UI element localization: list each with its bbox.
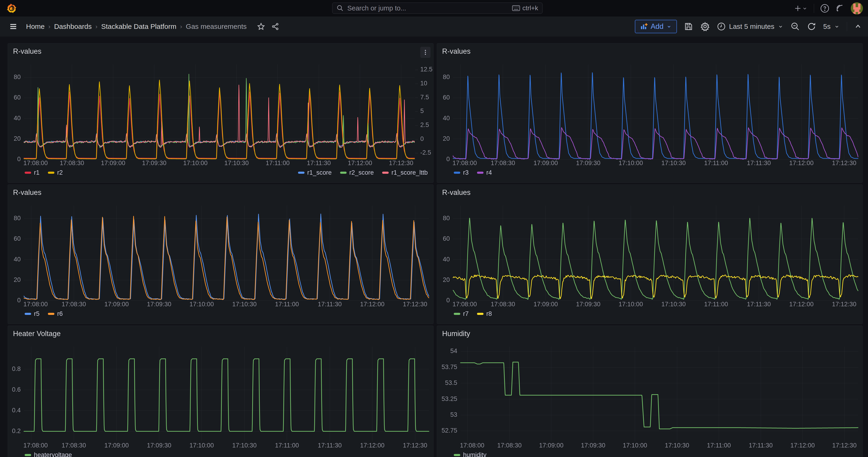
search-box[interactable]: ctrl+k: [332, 3, 542, 14]
panel-menu-button[interactable]: [420, 47, 431, 58]
panel-title[interactable]: R-values: [442, 47, 470, 56]
legend-label: humidity: [463, 451, 487, 457]
legend-swatch: [477, 313, 484, 315]
menu-toggle-button[interactable]: [9, 22, 18, 31]
avatar[interactable]: [851, 2, 863, 14]
news-button[interactable]: [835, 4, 845, 13]
refresh-interval-picker[interactable]: 5s: [823, 23, 840, 30]
panel-legend: r5r6: [25, 310, 428, 317]
legend-swatch: [477, 172, 484, 174]
legend-label: r1: [34, 169, 39, 176]
legend-label: r1_score: [307, 169, 332, 176]
legend-item-r1[interactable]: r1: [25, 169, 39, 176]
share-icon[interactable]: [271, 23, 279, 30]
legend-item-r4[interactable]: r4: [477, 169, 492, 176]
breadcrumb-dashboards[interactable]: Dashboards: [54, 23, 92, 30]
legend-group-left: r1r2: [25, 169, 63, 176]
breadcrumb-home[interactable]: Home: [26, 23, 44, 30]
legend-swatch: [25, 172, 31, 174]
legend-group-left: r7r8: [454, 310, 492, 317]
timeseries-plot[interactable]: [8, 326, 434, 457]
zoom-out-icon: [790, 22, 800, 31]
save-dashboard-button[interactable]: [684, 22, 693, 31]
legend-item-r2[interactable]: r2: [48, 169, 63, 176]
panel-r-values-3: R-values r5r6: [8, 184, 434, 324]
legend-item-r3[interactable]: r3: [454, 169, 469, 176]
legend-label: r8: [486, 310, 492, 317]
star-icon[interactable]: [257, 22, 265, 31]
legend-label: r4: [486, 169, 492, 176]
caret-up-icon: [854, 23, 862, 30]
breadcrumb-separator: ›: [48, 23, 51, 30]
legend-item-r2_score[interactable]: r2_score: [340, 169, 374, 176]
refresh-button[interactable]: [807, 22, 816, 31]
identicon: [851, 2, 863, 14]
legend-swatch: [25, 454, 31, 456]
chevron-down-icon: [666, 24, 672, 29]
legend-item-r5[interactable]: r5: [25, 310, 39, 317]
legend-label: r7: [463, 310, 469, 317]
dashboard-settings-button[interactable]: [700, 22, 710, 31]
legend-group-right: r1_scorer2_scorer1_score_lttb: [298, 169, 428, 176]
help-button[interactable]: [820, 4, 829, 13]
zoom-out-button[interactable]: [790, 22, 800, 31]
panel-humidity: Humidity humidity: [437, 326, 863, 457]
panel-legend: r7r8: [454, 310, 857, 317]
search-input[interactable]: [347, 4, 512, 12]
collapse-toolbar-button[interactable]: [854, 23, 862, 30]
divider: [814, 4, 814, 13]
breadcrumb: Home › Dashboards › Stackable Data Platf…: [26, 22, 279, 31]
breadcrumb-current: Gas measurements: [186, 23, 247, 30]
legend-swatch: [340, 172, 347, 174]
legend-label: heatervoltage: [34, 451, 72, 457]
legend-item-r6[interactable]: r6: [48, 310, 63, 317]
panel-r-values-4: R-values r7r8: [437, 184, 863, 324]
legend-item-r1_score[interactable]: r1_score: [298, 169, 332, 176]
timeseries-plot[interactable]: [437, 185, 863, 324]
legend-swatch: [454, 313, 460, 315]
legend-swatch: [25, 313, 31, 315]
timeseries-plot[interactable]: [437, 326, 863, 457]
panel-title[interactable]: R-values: [13, 188, 41, 197]
kebab-icon: [422, 49, 429, 56]
dashboard-toolbar: Home › Dashboards › Stackable Data Platf…: [0, 17, 868, 36]
save-icon: [684, 22, 693, 31]
time-range-picker[interactable]: Last 5 minutes: [717, 22, 784, 31]
grafana-logo-icon[interactable]: [6, 3, 17, 14]
legend-swatch: [382, 172, 389, 174]
legend-item-heatervoltage[interactable]: heatervoltage: [25, 451, 72, 457]
timeseries-plot[interactable]: [8, 43, 434, 183]
legend-label: r2: [57, 169, 63, 176]
legend-group-left: r3r4: [454, 169, 492, 176]
timeseries-plot[interactable]: [437, 43, 863, 183]
search-shortcut: ctrl+k: [512, 4, 538, 12]
add-button[interactable]: Add: [635, 20, 677, 33]
breadcrumb-separator: ›: [180, 23, 182, 30]
legend-item-r8[interactable]: r8: [477, 310, 492, 317]
panel-title[interactable]: Humidity: [442, 330, 470, 338]
top-bar: ctrl+k: [0, 0, 868, 17]
panel-r-values-2: R-values r3r4: [437, 43, 863, 183]
panel-r-values-1: R-values r1r2r1_scorer2_scorer1_score_lt…: [8, 43, 434, 183]
legend-item-humidity[interactable]: humidity: [454, 451, 487, 457]
new-button[interactable]: [794, 4, 808, 12]
legend-label: r1_score_lttb: [392, 169, 428, 176]
legend-swatch: [48, 313, 54, 315]
chevron-down-icon: [834, 24, 840, 30]
panel-title[interactable]: R-values: [442, 188, 470, 197]
panel-legend: r3r4: [454, 169, 857, 176]
panel-legend: r1r2r1_scorer2_scorer1_score_lttb: [25, 169, 428, 176]
add-panel-icon: [640, 23, 648, 30]
panel-title[interactable]: Heater Voltage: [13, 330, 61, 338]
legend-group-left: r5r6: [25, 310, 63, 317]
gear-icon: [700, 22, 710, 31]
breadcrumb-folder[interactable]: Stackable Data Platform: [101, 23, 176, 30]
legend-swatch: [48, 172, 54, 174]
breadcrumb-separator: ›: [95, 23, 97, 30]
legend-item-r1_score_lttb[interactable]: r1_score_lttb: [382, 169, 428, 176]
panel-title[interactable]: R-values: [13, 47, 41, 56]
legend-item-r7[interactable]: r7: [454, 310, 469, 317]
keyboard-icon: [512, 5, 520, 11]
timeseries-plot[interactable]: [8, 185, 434, 324]
chevron-down-icon: [778, 24, 784, 30]
